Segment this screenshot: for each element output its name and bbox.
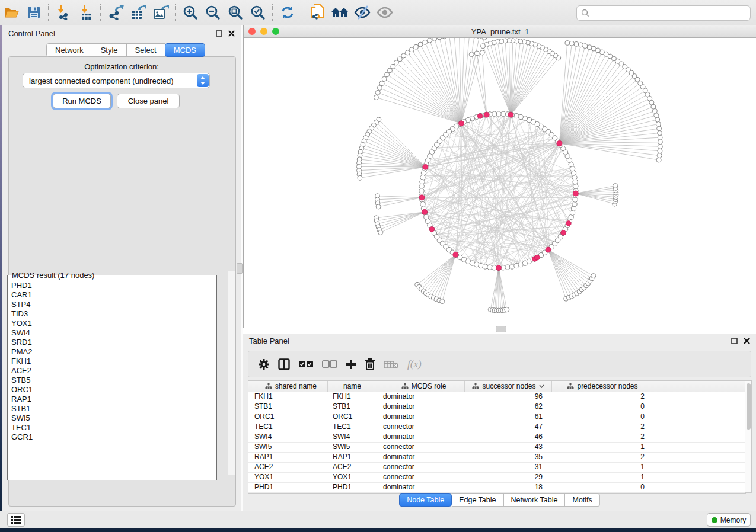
table-cell[interactable]: TEC1 (248, 422, 328, 432)
table-cell[interactable]: 2 (552, 422, 653, 432)
mcds-result-list[interactable]: PHD1CAR1STP4TID3YOX1SWI4SRD1PMA2FKH1ACE2… (8, 280, 216, 485)
settings-gear-icon[interactable] (258, 358, 270, 370)
table-cell[interactable]: ORC1 (248, 412, 328, 422)
table-cell[interactable]: SWI5 (248, 443, 328, 452)
table-cell[interactable]: SWI4 (248, 432, 328, 442)
open-session-button[interactable] (0, 2, 23, 23)
show-column-icon[interactable] (278, 358, 290, 370)
table-cell[interactable]: 0 (552, 483, 653, 492)
table-cell[interactable]: connector (377, 422, 465, 432)
table-cell[interactable]: PHD1 (328, 483, 377, 492)
table-cell[interactable]: PHD1 (248, 483, 328, 492)
table-cell[interactable]: 62 (465, 402, 552, 412)
save-session-button[interactable] (23, 2, 45, 23)
float-panel-button[interactable] (216, 30, 222, 37)
column-header-predecessor-nodes[interactable]: predecessor nodes (552, 381, 653, 392)
mcds-result-item[interactable]: CAR1 (11, 290, 216, 300)
table-cell[interactable]: ACE2 (248, 463, 328, 472)
network-nodes[interactable] (356, 38, 662, 313)
export-table-button[interactable] (127, 2, 149, 23)
mcds-result-item[interactable]: STB5 (11, 376, 216, 385)
table-cell[interactable]: STB1 (328, 402, 377, 412)
table-cell[interactable]: 1 (552, 443, 653, 452)
table-cell[interactable]: 2 (552, 453, 653, 462)
table-cell[interactable]: dominator (377, 392, 465, 402)
tab-network[interactable]: Network (46, 43, 92, 57)
export-image-button[interactable] (149, 2, 172, 23)
table-cell[interactable]: 1 (552, 473, 653, 482)
tab-edge-table[interactable]: Edge Table (452, 493, 503, 507)
zoom-out-button[interactable] (202, 2, 224, 23)
table-cell[interactable]: 47 (465, 422, 552, 432)
run-mcds-button[interactable]: Run MCDS (53, 94, 111, 108)
delete-column-icon[interactable] (365, 358, 375, 370)
tab-style[interactable]: Style (92, 43, 127, 57)
table-cell[interactable]: 46 (465, 432, 552, 442)
table-scrollbar[interactable] (745, 380, 752, 493)
close-panel-button[interactable] (228, 30, 235, 37)
table-cell[interactable]: TEC1 (328, 422, 377, 432)
table-cell[interactable]: 61 (465, 412, 552, 422)
column-header-name[interactable]: name (328, 381, 377, 392)
table-cell[interactable]: connector (377, 473, 465, 482)
table-cell[interactable]: 31 (465, 463, 552, 472)
search-field[interactable] (576, 5, 751, 21)
table-row[interactable]: ORC1ORC1dominator610 (248, 412, 745, 422)
tab-mcds[interactable]: MCDS (165, 43, 205, 57)
deselect-all-icon[interactable] (322, 360, 337, 368)
table-cell[interactable]: dominator (377, 412, 465, 422)
houses-icon[interactable] (328, 2, 351, 23)
table-cell[interactable]: SWI4 (328, 432, 377, 442)
tab-network-table[interactable]: Network Table (504, 493, 566, 507)
table-row[interactable]: TEC1TEC1connector472 (248, 422, 745, 432)
table-row[interactable]: YOX1YOX1connector291 (248, 473, 745, 483)
vertical-splitter-handle[interactable] (237, 263, 243, 274)
search-input[interactable] (592, 7, 750, 20)
table-cell[interactable]: ACE2 (328, 463, 377, 472)
zoom-in-button[interactable] (179, 2, 202, 23)
zoom-selected-button[interactable] (247, 2, 269, 23)
float-table-panel-button[interactable] (731, 338, 738, 344)
table-cell[interactable]: 29 (465, 473, 552, 482)
mcds-result-item[interactable]: ACE2 (11, 366, 216, 376)
close-table-panel-button[interactable] (744, 338, 750, 344)
table-row[interactable]: STB1STB1dominator620 (248, 402, 745, 412)
tab-node-table[interactable]: Node Table (399, 493, 452, 507)
table-cell[interactable]: STB1 (248, 402, 328, 412)
table-cell[interactable]: 1 (552, 463, 653, 472)
clone-network-button[interactable] (306, 2, 328, 23)
table-cell[interactable]: RAP1 (248, 453, 328, 462)
table-cell[interactable]: 18 (465, 483, 552, 492)
mcds-result-item[interactable]: SWI4 (11, 328, 216, 338)
table-cell[interactable]: dominator (377, 483, 465, 492)
table-cell[interactable]: dominator (377, 402, 465, 412)
network-view[interactable] (244, 38, 756, 328)
mcds-result-item[interactable]: FKH1 (11, 357, 216, 366)
table-cell[interactable]: 35 (465, 453, 552, 462)
mcds-result-item[interactable]: SWI5 (11, 414, 216, 423)
table-row[interactable]: SWI5SWI5connector431 (248, 443, 745, 453)
table-cell[interactable]: dominator (377, 432, 465, 442)
mcds-result-item[interactable]: PMA2 (11, 347, 216, 357)
table-cell[interactable]: 0 (552, 412, 653, 422)
table-cell[interactable]: 0 (552, 402, 653, 412)
table-cell[interactable]: SWI5 (328, 443, 377, 452)
select-all-icon[interactable] (298, 360, 314, 368)
mcds-result-item[interactable]: YOX1 (11, 319, 216, 328)
table-cell[interactable]: ORC1 (328, 412, 377, 422)
export-network-button[interactable] (104, 2, 127, 23)
table-cell[interactable]: FKH1 (328, 392, 377, 402)
tab-motifs[interactable]: Motifs (565, 493, 599, 507)
import-network-button[interactable] (52, 2, 75, 23)
table-cell[interactable]: 96 (465, 392, 552, 402)
add-column-icon[interactable] (346, 359, 356, 370)
import-table-button[interactable] (75, 2, 97, 23)
table-cell[interactable]: 2 (552, 392, 653, 402)
table-row[interactable]: RAP1RAP1dominator352 (248, 453, 745, 463)
task-history-button[interactable] (7, 513, 25, 527)
column-header-shared-name[interactable]: shared name (248, 381, 328, 392)
table-row[interactable]: ACE2ACE2connector311 (248, 463, 745, 473)
mcds-result-item[interactable]: RAP1 (11, 395, 216, 404)
horizontal-splitter-handle[interactable] (496, 326, 506, 332)
table-cell[interactable]: 2 (552, 432, 653, 442)
